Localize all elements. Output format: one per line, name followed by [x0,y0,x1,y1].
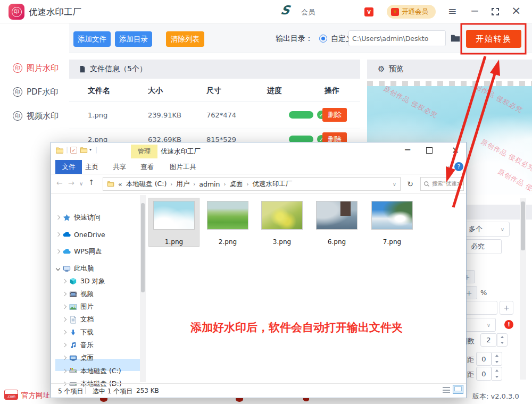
scrollbar-thumb[interactable] [521,201,525,250]
file-label[interactable]: 1.png [158,238,190,246]
explorer-minimize-button[interactable]: − [402,145,413,155]
maximize-button[interactable] [492,8,499,15]
search-placeholder: 搜索"优速水印工厂" [432,180,464,188]
tree-item-desktop[interactable]: 桌面 [63,352,94,364]
start-convert-button[interactable]: 开始转换 [466,30,521,48]
cloud-icon [63,248,71,256]
tree-item-downloads[interactable]: 下载 [63,326,94,338]
qat-check-icon[interactable]: ✓ [70,147,77,154]
thumbnail-view-icon[interactable] [453,385,463,394]
app-logo-char: 印 [12,7,22,17]
up-icon[interactable]: ↑ [88,178,95,187]
tab-view[interactable]: 查看 [140,163,154,172]
row-gap-input[interactable]: 0 [476,352,492,366]
sidebar-item-pdf-watermark[interactable]: 印 PDF水印 [0,84,69,100]
ribbon-collapse-icon[interactable]: ∨ [446,164,450,170]
tab-file[interactable]: 文件 [55,160,82,174]
tree-item-drive-c[interactable]: 本地磁盘 (C:) [63,365,121,377]
recent-locations-icon[interactable]: ∨ [79,181,83,187]
breadcrumb-item[interactable]: 优速水印工厂 [253,180,293,189]
explorer-close-button[interactable]: × [452,145,459,155]
vip-icon: V [391,8,399,16]
cell-filename: 1.png [88,111,107,119]
qat-folder-icon[interactable] [80,146,88,154]
item-count: 5 个项目 [58,387,83,396]
refresh-icon[interactable]: ↻ [403,177,417,191]
file-label[interactable]: 3.png [266,238,298,246]
tree-item-videos[interactable]: 视频 [63,288,94,300]
manage-contextual-tab[interactable]: 管理 [131,145,157,158]
tree-item-quick-access[interactable]: 快速访问 [56,212,101,223]
qat-dropdown-icon[interactable]: ▾ [89,147,92,152]
back-icon[interactable]: ← [56,179,63,187]
tree-item-music[interactable]: 音乐 [63,339,94,351]
brand-s-icon: S [280,3,291,17]
breadcrumb-item[interactable]: 本地磁盘 (C:) [126,180,167,189]
increase-button[interactable]: + [500,301,513,315]
tree-item-documents[interactable]: 文档 [63,314,94,325]
watermark-text: 原创作品 侵权必究 [382,86,439,121]
upgrade-vip-button[interactable]: V 开通会员 [387,5,436,19]
gear-icon: ⚙ [378,64,385,74]
chevron-down-icon: ∨ [487,322,491,328]
breadcrumb-item[interactable]: 桌面 [230,180,243,189]
seal-icon: 印 [13,111,22,121]
tree-item-pictures[interactable]: 图片 [63,301,94,313]
file-thumbnail[interactable] [261,201,303,230]
columns-stepper[interactable] [497,333,508,347]
sidebar-item-image-watermark[interactable]: 印 图片水印 [0,60,69,76]
seal-icon: 印 [13,87,22,97]
divider [51,383,466,384]
columns-input[interactable]: 2 [480,333,497,347]
file-thumbnail[interactable] [153,201,195,230]
help-icon[interactable]: ? [454,162,463,171]
close-button[interactable]: × [511,4,521,17]
explorer-app-icon [55,146,64,155]
tab-home[interactable]: 主页 [85,163,98,172]
menu-icon[interactable]: ≡ [448,5,457,18]
file-label[interactable]: 6.png [321,238,353,246]
custom-radio[interactable] [319,35,327,43]
col-gap-input[interactable]: 0 [476,367,492,381]
divider [51,174,466,174]
tree-item-this-pc[interactable]: 此电脑 [56,263,94,274]
scrollbar-thumb[interactable] [141,203,145,292]
col-filename: 文件名 [88,86,110,96]
file-info-title: 文件信息（5个） [90,64,147,74]
address-bar[interactable]: « 本地磁盘 (C:) › 用户 › admin › 桌面 › 优速水印工厂 ∨ [103,177,401,191]
col-gap-stepper[interactable] [492,367,502,381]
minimize-button[interactable]: − [470,4,479,17]
delete-button[interactable]: 删除 [322,108,347,122]
col-progress: 进度 [267,86,282,96]
details-view-icon[interactable] [443,387,450,393]
folder-picker-icon[interactable] [450,33,461,44]
forward-icon[interactable]: → [68,179,74,187]
clear-list-button[interactable]: 清除列表 [166,31,204,47]
vip-icon: V [364,7,373,16]
explorer-maximize-button[interactable] [426,147,433,154]
row-gap-label: 距 [467,355,474,365]
output-path-input[interactable] [348,30,446,46]
sidebar-item-video-watermark[interactable]: 印 视频水印 [0,108,69,124]
file-thumbnail[interactable] [371,201,413,230]
add-file-button[interactable]: 添加文件 [73,31,111,47]
upgrade-vip-label: 开通会员 [402,7,428,16]
file-label[interactable]: 7.png [376,238,408,246]
file-thumbnail[interactable] [316,201,358,230]
tree-item-onedrive[interactable]: OneDrive [56,229,105,240]
address-dropdown-icon[interactable]: ∨ [393,181,396,187]
breadcrumb-item[interactable]: admin [199,180,220,188]
file-label[interactable]: 2.png [212,238,244,246]
file-thumbnail[interactable] [207,201,248,230]
row-gap-stepper[interactable] [492,352,502,366]
tab-picture-tools[interactable]: 图片工具 [170,163,196,172]
tree-item-3d-objects[interactable]: 3D 对象 [63,275,105,287]
crumb-separator: › [224,181,226,187]
col-size: 大小 [148,86,163,96]
tab-share[interactable]: 共享 [113,163,126,172]
tree-item-wps-cloud[interactable]: WPS网盘 [56,246,102,257]
official-website-link[interactable]: 官方网址 [21,391,50,400]
search-box[interactable]: 搜索"优速水印工厂" [420,177,464,191]
add-directory-button[interactable]: 添加目录 [115,31,152,47]
breadcrumb-item[interactable]: 用户 [176,180,189,189]
